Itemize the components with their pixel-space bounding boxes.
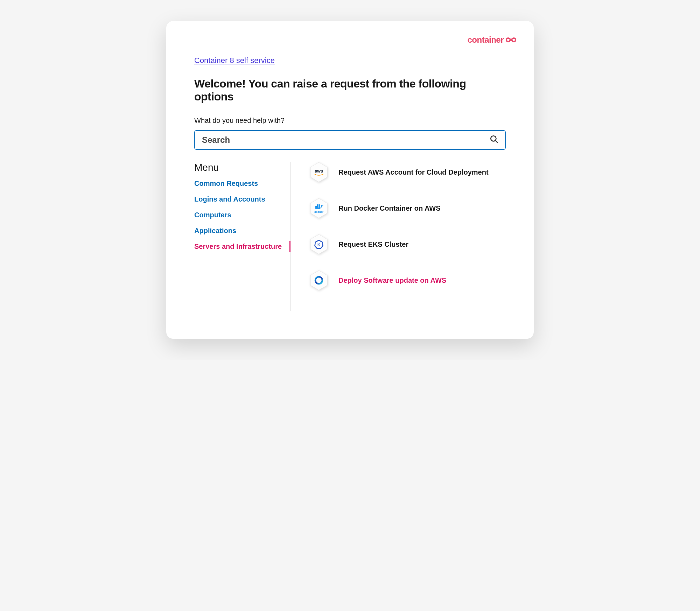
request-label: Deploy Software update on AWS — [338, 276, 446, 285]
request-item-aws-account[interactable]: aws Request AWS Account for Cloud Deploy… — [310, 162, 506, 182]
request-item-eks[interactable]: K Request EKS Cluster — [310, 234, 506, 254]
brand-name: container — [467, 35, 504, 45]
docker-icon: docker — [310, 198, 328, 218]
request-item-deploy-update[interactable]: Deploy Software update on AWS — [310, 270, 506, 290]
menu-item-applications[interactable]: Applications — [194, 227, 283, 235]
brand-logo: container — [467, 35, 516, 45]
infinity-icon — [506, 37, 516, 43]
help-label: What do you need help with? — [194, 117, 506, 125]
menu-item-logins-accounts[interactable]: Logins and Accounts — [194, 195, 283, 203]
svg-rect-8 — [319, 204, 320, 206]
svg-point-14 — [315, 277, 322, 284]
breadcrumb-link[interactable]: Container 8 self service — [194, 56, 275, 65]
request-label: Run Docker Container on AWS — [338, 204, 441, 212]
svg-rect-7 — [317, 204, 318, 206]
page-title: Welcome! You can raise a request from th… — [194, 77, 506, 103]
menu-title: Menu — [194, 162, 283, 173]
menu-item-computers[interactable]: Computers — [194, 211, 283, 219]
svg-rect-4 — [315, 206, 317, 208]
svg-line-1 — [496, 141, 498, 143]
svg-point-0 — [491, 136, 496, 141]
self-service-card: container Container 8 self service Welco… — [166, 21, 534, 339]
content-row: Menu Common Requests Logins and Accounts… — [194, 162, 506, 311]
svg-rect-5 — [317, 206, 318, 208]
request-label: Request EKS Cluster — [338, 240, 408, 248]
request-label: Request AWS Account for Cloud Deployment — [338, 168, 489, 176]
aws-smile-icon — [314, 174, 323, 176]
menu-item-common-requests[interactable]: Common Requests — [194, 180, 283, 188]
request-item-docker[interactable]: docker Run Docker Container on AWS — [310, 198, 506, 218]
search-input[interactable] — [194, 130, 506, 150]
svg-rect-6 — [319, 206, 320, 208]
kubernetes-icon: K — [310, 234, 328, 254]
search-wrapper — [194, 130, 506, 150]
menu-item-servers-infrastructure[interactable]: Servers and Infrastructure — [194, 243, 283, 251]
ring-icon — [310, 270, 328, 290]
requests-column: aws Request AWS Account for Cloud Deploy… — [290, 162, 506, 311]
docker-text: docker — [314, 210, 323, 213]
menu-column: Menu Common Requests Logins and Accounts… — [194, 162, 290, 311]
svg-text:K: K — [317, 242, 320, 246]
aws-icon: aws — [310, 162, 328, 182]
aws-text: aws — [315, 168, 323, 174]
search-icon — [490, 135, 499, 145]
